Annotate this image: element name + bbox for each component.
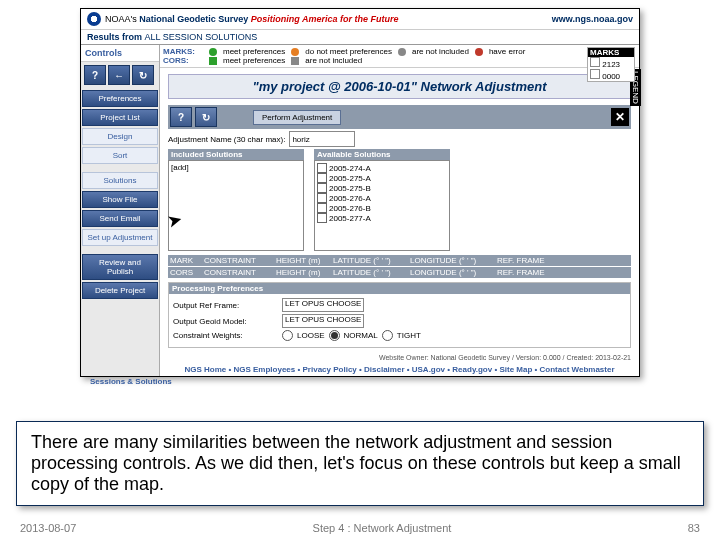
checkbox-icon[interactable] <box>317 213 327 223</box>
brand-text: NOAA's National Geodetic Survey Position… <box>105 14 399 24</box>
output-ref-frame-select[interactable]: LET OPUS CHOOSE <box>282 298 364 312</box>
slide-date: 2013-08-07 <box>20 522 76 534</box>
adjustment-toolbar: ? ↻ Perform Adjustment ✕ <box>168 105 631 129</box>
constraints-table: MARKCONSTRAINTHEIGHT (m)LATITUDE (° ' ")… <box>168 255 631 278</box>
sessions-link[interactable]: Sessions & Solutions <box>0 377 720 386</box>
nav-design[interactable]: Design <box>82 128 158 145</box>
footer-owner: Website Owner: National Geodetic Survey … <box>160 352 639 363</box>
included-solutions-list[interactable]: [add] <box>168 160 304 251</box>
output-geoid-label: Output Geoid Model: <box>173 317 278 326</box>
dot-gray-icon <box>398 48 406 56</box>
marks-panel: MARKS 2123 0000 <box>587 47 635 82</box>
nav-setup-adjustment[interactable]: Set up Adjustment <box>82 229 158 246</box>
nav-sort[interactable]: Sort <box>82 147 158 164</box>
processing-preferences: Processing Preferences Output Ref Frame:… <box>168 282 631 348</box>
dot-red-icon <box>475 48 483 56</box>
slide-caption: There are many similarities between the … <box>16 421 704 506</box>
results-bar: Results from ALL SESSION SOLUTIONS <box>81 30 639 45</box>
help-icon[interactable]: ? <box>170 107 192 127</box>
slide-number: 83 <box>688 522 700 534</box>
included-solutions-header: Included Solutions <box>168 149 304 160</box>
app-header: NOAA's National Geodetic Survey Position… <box>81 9 639 30</box>
sq-green-icon <box>209 57 217 65</box>
checkbox-icon[interactable] <box>317 173 327 183</box>
adjustment-name-label: Adjustment Name (30 char max): <box>168 135 285 144</box>
nav-send-email[interactable]: Send Email <box>82 210 158 227</box>
radio-loose[interactable] <box>282 330 293 341</box>
constraint-weights-label: Constraint Weights: <box>173 331 278 340</box>
output-geoid-select[interactable]: LET OPUS CHOOSE <box>282 314 364 328</box>
nav-show-file[interactable]: Show File <box>82 191 158 208</box>
refresh-icon[interactable]: ↻ <box>132 65 154 85</box>
noaa-logo-icon <box>87 12 101 26</box>
perform-adjustment-button[interactable]: Perform Adjustment <box>253 110 341 125</box>
refresh-icon[interactable]: ↻ <box>195 107 217 127</box>
checkbox-icon[interactable] <box>317 163 327 173</box>
mark-box-icon <box>590 57 600 67</box>
nav-project-list[interactable]: Project List <box>82 109 158 126</box>
checkbox-icon[interactable] <box>317 193 327 203</box>
back-icon[interactable]: ← <box>108 65 130 85</box>
radio-normal[interactable] <box>329 330 340 341</box>
legend-bar: MARKS: meet preferences do not meet pref… <box>160 45 639 68</box>
checkbox-icon[interactable] <box>317 203 327 213</box>
checkbox-icon[interactable] <box>317 183 327 193</box>
slide-footer: 2013-08-07 Step 4 : Network Adjustment 8… <box>0 522 720 534</box>
help-icon[interactable]: ? <box>84 65 106 85</box>
controls-heading: Controls <box>81 45 159 62</box>
close-icon[interactable]: ✕ <box>611 108 629 126</box>
available-solutions-list[interactable]: 2005-274-A 2005-275-A 2005-275-B 2005-27… <box>314 160 450 251</box>
page-title: "my project @ 2006-10-01" Network Adjust… <box>168 74 631 99</box>
nav-delete-project[interactable]: Delete Project <box>82 282 158 299</box>
dot-orange-icon <box>291 48 299 56</box>
available-solutions-header: Available Solutions <box>314 149 450 160</box>
header-url[interactable]: www.ngs.noaa.gov <box>552 14 633 24</box>
output-ref-frame-label: Output Ref Frame: <box>173 301 278 310</box>
nav-solutions[interactable]: Solutions <box>82 172 158 189</box>
sq-gray-icon <box>291 57 299 65</box>
nav-preferences[interactable]: Preferences <box>82 90 158 107</box>
slide-step: Step 4 : Network Adjustment <box>313 522 452 534</box>
add-link[interactable]: [add] <box>171 163 189 172</box>
radio-tight[interactable] <box>382 330 393 341</box>
mark-box-icon <box>590 69 600 79</box>
footer-links[interactable]: NGS Home • NGS Employees • Privacy Polic… <box>160 363 639 376</box>
dot-green-icon <box>209 48 217 56</box>
controls-sidebar: Controls ? ← ↻ Preferences Project List … <box>81 45 160 376</box>
adjustment-name-input[interactable] <box>289 131 355 147</box>
nav-review-publish[interactable]: Review and Publish <box>82 254 158 280</box>
